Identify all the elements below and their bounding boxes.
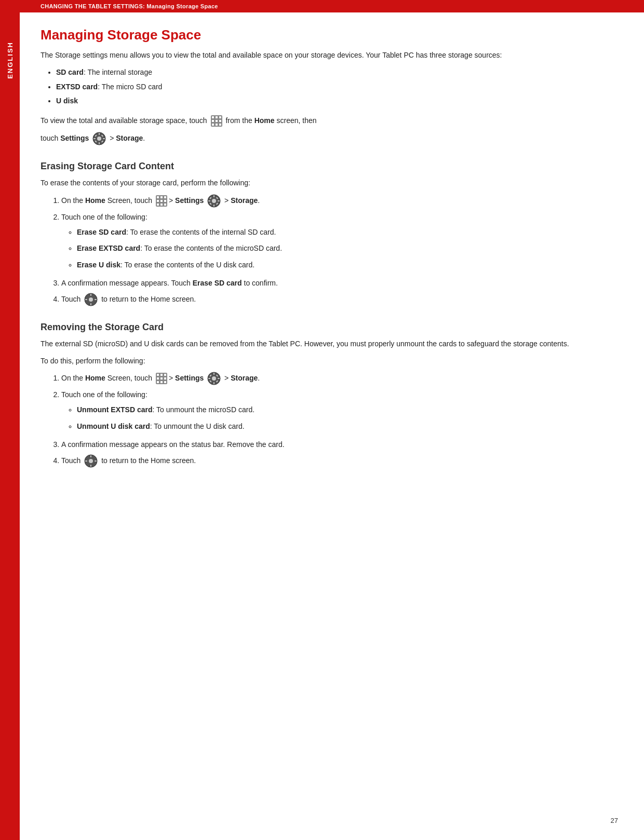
- svg-rect-40: [85, 460, 87, 462]
- intro-paragraph: The Storage settings menu allows you to …: [41, 49, 618, 61]
- sidebar-label: ENGLISH: [6, 42, 14, 79]
- sidebar: ENGLISH: [0, 0, 20, 840]
- erase-options-list: Erase SD card: To erase the contents of …: [77, 226, 618, 272]
- section2-intro1: The external SD (microSD) and U disk car…: [41, 338, 618, 349]
- svg-rect-5: [103, 138, 105, 139]
- svg-rect-28: [213, 373, 214, 375]
- section2-title: Removing the Storage Card: [41, 322, 618, 333]
- svg-point-21: [89, 297, 93, 302]
- step-item: A confirmation message appears on the st…: [61, 438, 618, 451]
- step-item: On the Home Screen, touch > Settings: [61, 194, 618, 208]
- svg-point-1: [97, 137, 101, 141]
- home-icon: [84, 454, 98, 468]
- home-icon: [84, 293, 98, 306]
- svg-rect-4: [93, 138, 96, 139]
- svg-rect-31: [218, 378, 220, 379]
- settings-icon: [92, 132, 106, 145]
- list-item: EXTSD card: The micro SD card: [56, 80, 618, 93]
- svg-rect-2: [99, 133, 100, 135]
- svg-rect-41: [95, 460, 97, 462]
- svg-rect-13: [213, 205, 214, 207]
- svg-rect-30: [208, 378, 210, 379]
- step-item: Touch one of the following: Unmount EXTS…: [61, 388, 618, 433]
- settings-icon: [207, 372, 221, 385]
- svg-rect-3: [99, 142, 100, 144]
- svg-point-27: [212, 376, 216, 381]
- main-content: CHANGING THE TABLET SETTINGS: Managing S…: [20, 0, 644, 840]
- list-item: Erase U disk: To erase the contents of t…: [77, 259, 618, 272]
- page-header: CHANGING THE TABLET SETTINGS: Managing S…: [20, 0, 644, 12]
- apps-grid-icon: [156, 195, 167, 207]
- svg-rect-24: [85, 299, 87, 300]
- section2-steps-list: On the Home Screen, touch > Settings: [61, 372, 618, 468]
- settings-icon: [207, 194, 221, 208]
- svg-rect-14: [208, 200, 210, 201]
- svg-rect-22: [90, 294, 91, 296]
- apps-grid-icon: [211, 115, 222, 127]
- section1-title: Erasing Storage Card Content: [41, 161, 618, 172]
- svg-rect-23: [90, 303, 91, 305]
- step-item: Touch to return to the Home screen.: [61, 454, 618, 468]
- svg-rect-29: [213, 382, 214, 384]
- page-number: 27: [611, 817, 618, 824]
- list-item: Unmount U disk card: To unmount the U di…: [77, 420, 618, 433]
- svg-rect-12: [213, 195, 214, 197]
- step-item: On the Home Screen, touch > Settings: [61, 372, 618, 385]
- svg-rect-39: [90, 465, 91, 467]
- section2-intro2: To do this, perform the following:: [41, 355, 618, 367]
- svg-rect-15: [218, 200, 220, 201]
- list-item: SD card: The internal storage: [56, 66, 618, 79]
- step-item: A confirmation message appears. Touch Er…: [61, 277, 618, 290]
- page-title: Managing Storage Space: [41, 27, 618, 43]
- svg-rect-38: [90, 455, 91, 457]
- apps-grid-icon: [156, 373, 167, 384]
- unmount-options-list: Unmount EXTSD card: To unmount the micro…: [77, 403, 618, 432]
- storage-sources-list: SD card: The internal storage EXTSD card…: [56, 66, 618, 107]
- section1-steps-list: On the Home Screen, touch > Settings: [61, 194, 618, 307]
- svg-point-11: [212, 199, 216, 203]
- list-item: Erase EXTSD card: To erase the contents …: [77, 242, 618, 255]
- section1-intro: To erase the contents of your storage ca…: [41, 177, 618, 188]
- touch-intro-section: To view the total and available storage …: [41, 115, 618, 145]
- list-item: Unmount EXTSD card: To unmount the micro…: [77, 403, 618, 416]
- svg-point-37: [89, 459, 93, 463]
- list-item: Erase SD card: To erase the contents of …: [77, 226, 618, 239]
- step-item: Touch to return to the Home screen.: [61, 293, 618, 306]
- svg-rect-25: [95, 299, 97, 300]
- header-title: CHANGING THE TABLET SETTINGS: Managing S…: [41, 3, 218, 9]
- list-item: U disk: [56, 94, 618, 107]
- step-item: Touch one of the following: Erase SD car…: [61, 211, 618, 272]
